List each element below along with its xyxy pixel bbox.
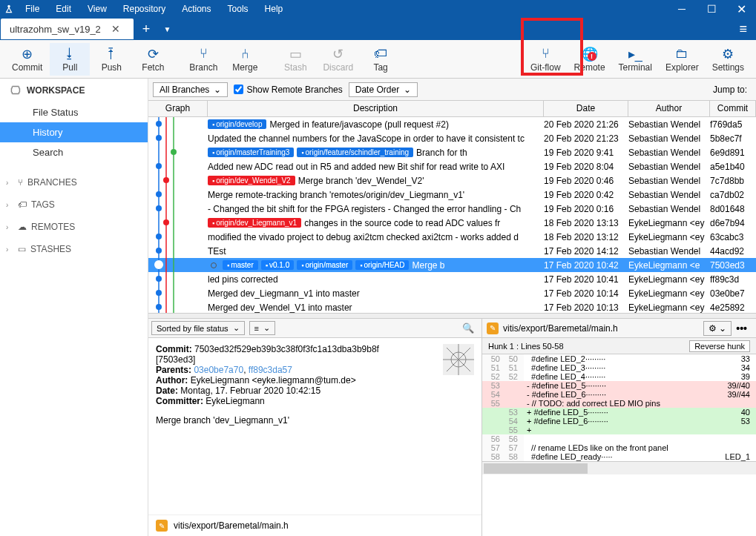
repo-tab[interactable]: ultrazohm_sw_v19_2 ✕ xyxy=(1,19,134,39)
commit-row[interactable]: Merged dev_Liegmann_v1 into master17 Feb… xyxy=(148,286,756,300)
merge-button[interactable]: ⑃Merge xyxy=(225,43,265,76)
header-date[interactable]: Date xyxy=(544,101,628,116)
diff-line[interactable]: 55+ xyxy=(482,426,756,434)
diff-line[interactable]: 5050 #define LED_2·········33 xyxy=(482,354,756,363)
terminal-button[interactable]: ▸_Terminal xyxy=(613,43,658,76)
commit-icon: ⊕ xyxy=(22,46,33,62)
view-dropdown[interactable]: ≡⌄ xyxy=(249,321,275,335)
menu-help[interactable]: Help xyxy=(257,1,291,17)
header-commit[interactable]: Commit xyxy=(710,101,756,116)
maximize-button[interactable]: ☐ xyxy=(697,0,726,18)
jump-to-label[interactable]: Jump to: xyxy=(713,85,752,95)
changed-file-item[interactable]: ✎ vitis/export/Baremetal/main.h xyxy=(148,515,481,536)
ref-badge[interactable]: ▪v0.1.0 xyxy=(261,260,294,270)
diff-line[interactable]: 54+ #define LED_6·········53 xyxy=(482,417,756,426)
ref-badge[interactable]: ▪origin/masterTraining3 xyxy=(208,148,294,157)
cloud-icon: ☁ xyxy=(18,222,27,232)
ref-badge[interactable]: ▪origin/dev_Wendel_V2 xyxy=(208,176,295,185)
hamburger-icon[interactable]: ≡ xyxy=(730,21,756,37)
chevron-down-icon: ⌄ xyxy=(214,85,221,95)
diff-line[interactable]: 5252 #define LED_4·········39 xyxy=(482,372,756,381)
svg-point-5 xyxy=(156,135,162,141)
menu-edit[interactable]: Edit xyxy=(48,1,79,17)
sidebar: 🖵WORKSPACE File Status History Search ›⑂… xyxy=(0,79,148,536)
fetch-button[interactable]: ⟳Fetch xyxy=(133,43,173,76)
reverse-hunk-button[interactable]: Reverse hunk xyxy=(689,340,750,352)
commit-row[interactable]: ▪origin/develop Merged in feature/javasc… xyxy=(148,117,756,131)
close-button[interactable]: ✕ xyxy=(726,0,756,18)
stash-button[interactable]: ▭Stash xyxy=(275,43,315,76)
minimize-button[interactable]: ─ xyxy=(667,0,697,18)
sidebar-branches[interactable]: ›⑂BRANCHES xyxy=(0,171,148,193)
ref-badge[interactable]: ▪origin/develop xyxy=(208,119,266,129)
sidebar-item-filestatus[interactable]: File Status xyxy=(0,102,148,122)
push-button[interactable]: ⭱Push xyxy=(91,43,131,76)
branch-filter-dropdown[interactable]: All Branches⌄ xyxy=(153,82,228,97)
commit-graph xyxy=(148,117,208,313)
merge-icon: ⑃ xyxy=(241,46,249,62)
ref-badge[interactable]: ▪origin/feature/schindler_training xyxy=(297,148,413,157)
tab-close-icon[interactable]: ✕ xyxy=(110,23,122,35)
diff-line[interactable]: 5656 xyxy=(482,434,756,443)
parent-link-1[interactable]: 03e0be7a70 xyxy=(194,365,243,375)
sidebar-item-history[interactable]: History xyxy=(0,122,148,142)
horizontal-scrollbar[interactable] xyxy=(482,461,756,474)
sidebar-stashes[interactable]: ›▭STASHES xyxy=(0,238,148,260)
diff-settings-button[interactable]: ⚙ ⌄ xyxy=(703,321,732,336)
diff-line[interactable]: 54- #define LED_6·········39//44 xyxy=(482,390,756,399)
new-tab-button[interactable]: + xyxy=(134,21,160,37)
commit-row[interactable]: - Changed the bit shift for the FPGA reg… xyxy=(148,202,756,216)
diff-line[interactable]: 5757 // rename LEDs like on the front pa… xyxy=(482,443,756,452)
tag-button[interactable]: 🏷Tag xyxy=(361,43,401,76)
svg-point-17 xyxy=(156,304,162,310)
diff-line[interactable]: 53- #define LED_5·········39//40 xyxy=(482,381,756,390)
show-remote-checkbox[interactable]: Show Remote Branches xyxy=(234,85,342,95)
diff-header: ✎ vitis/export/Baremetal/main.h ⚙ ⌄ ••• xyxy=(482,319,756,338)
commit-row[interactable]: ▪master▪v0.1.0▪origin/master▪origin/HEAD… xyxy=(148,258,756,272)
commit-row[interactable]: Merged dev_Wendel_V1 into master17 Feb 2… xyxy=(148,300,756,313)
commit-row[interactable]: Added new ADC read out in R5 and added n… xyxy=(148,159,756,173)
commit-row[interactable]: ▪origin/dev_Liegmann_v1 changes in the s… xyxy=(148,216,756,230)
commit-row[interactable]: Merge remote-tracking branch 'remotes/or… xyxy=(148,188,756,202)
splitter[interactable] xyxy=(148,313,756,319)
title-bar: File Edit View Repository Actions Tools … xyxy=(0,0,756,18)
ref-badge[interactable]: ▪origin/dev_Liegmann_v1 xyxy=(208,218,301,228)
diff-line[interactable]: 55- // TODO: add correct LED MIO pins xyxy=(482,399,756,408)
branch-button[interactable]: ⑂Branch xyxy=(183,43,223,76)
header-author[interactable]: Author xyxy=(628,101,710,116)
search-icon[interactable]: 🔍 xyxy=(458,322,479,334)
menu-file[interactable]: File xyxy=(18,1,47,17)
menu-actions[interactable]: Actions xyxy=(174,1,218,17)
menu-view[interactable]: View xyxy=(80,1,114,17)
ref-badge[interactable]: ▪origin/master xyxy=(297,260,352,270)
date-order-dropdown[interactable]: Date Order⌄ xyxy=(349,82,418,97)
header-description[interactable]: Description xyxy=(208,101,544,116)
header-graph[interactable]: Graph xyxy=(148,101,208,116)
commit-row[interactable]: modified the vivado project to debug axi… xyxy=(148,230,756,244)
menu-repository[interactable]: Repository xyxy=(116,1,173,17)
diff-line[interactable]: 5151 #define LED_3·········34 xyxy=(482,363,756,372)
diff-line[interactable]: 5858 #define LED_ready·····LED_1 xyxy=(482,452,756,461)
settings-button[interactable]: ⚙Settings xyxy=(706,43,750,76)
tab-dropdown-icon[interactable]: ▼ xyxy=(159,25,175,33)
ref-badge[interactable]: ▪master xyxy=(223,260,258,270)
commit-row[interactable]: led pins corrected17 Feb 2020 10:41EykeL… xyxy=(148,272,756,286)
explorer-button[interactable]: 🗀Explorer xyxy=(660,43,705,76)
commit-row[interactable]: ▪origin/dev_Wendel_V2 Merge branch 'dev_… xyxy=(148,173,756,188)
sidebar-item-search[interactable]: Search xyxy=(0,142,148,162)
sort-dropdown[interactable]: Sorted by file status⌄ xyxy=(151,321,245,335)
diff-more-button[interactable]: ••• xyxy=(732,321,752,336)
ref-badge[interactable]: ▪origin/HEAD xyxy=(355,260,409,270)
commit-row[interactable]: ▪origin/masterTraining3▪origin/feature/s… xyxy=(148,145,756,159)
commit-row[interactable]: TEst17 Feb 2020 14:12Sebastian Wendel44a… xyxy=(148,244,756,258)
parent-link-2[interactable]: ff89c3da57 xyxy=(249,365,292,375)
discard-button[interactable]: ↺Discard xyxy=(317,43,359,76)
commit-row[interactable]: Updated the channel numbers for the Java… xyxy=(148,131,756,145)
commit-button[interactable]: ⊕Commit xyxy=(6,43,48,76)
pull-button[interactable]: ⭳Pull xyxy=(50,43,90,76)
diff-line[interactable]: 53+ #define LED_5·········40 xyxy=(482,408,756,417)
scrollbar-thumb[interactable] xyxy=(484,463,588,474)
sidebar-tags[interactable]: ›🏷TAGS xyxy=(0,193,148,216)
menu-tools[interactable]: Tools xyxy=(220,1,256,17)
sidebar-remotes[interactable]: ›☁REMOTES xyxy=(0,216,148,238)
